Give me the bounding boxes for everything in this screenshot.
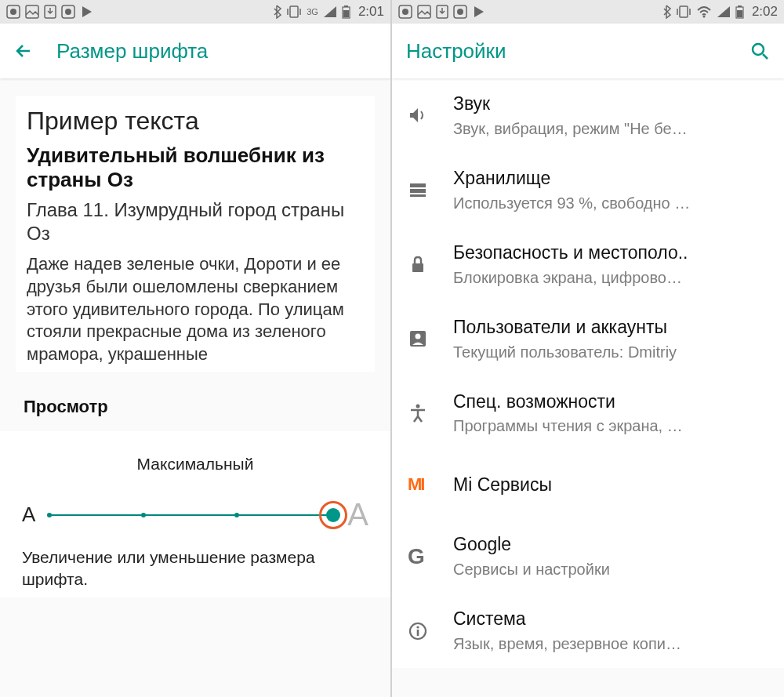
- app-icon-2: [453, 5, 467, 19]
- signal-icon: [323, 5, 337, 18]
- settings-item-storage[interactable]: Хранилище Используется 93 %, свободно …: [392, 153, 784, 227]
- phone-right: 2:02 Настройки Звук Звук, вибрация, режи…: [392, 0, 784, 697]
- svg-line-26: [763, 54, 768, 59]
- svg-rect-2: [26, 5, 38, 18]
- item-title: Система: [453, 608, 767, 631]
- appbar-title: Настройки: [406, 39, 506, 64]
- user-icon: [408, 329, 453, 349]
- status-left: [6, 5, 94, 19]
- svg-point-17: [457, 9, 463, 15]
- wifi-icon: [696, 5, 712, 18]
- volume-icon: [408, 105, 453, 125]
- item-subtitle: Блокировка экрана, цифрово…: [453, 267, 767, 288]
- settings-item-security[interactable]: Безопасность и местополо.. Блокировка эк…: [392, 227, 784, 302]
- download-icon: [436, 5, 448, 19]
- item-subtitle: Программы чтения с экрана, …: [453, 416, 767, 436]
- signal-icon: [717, 5, 731, 18]
- svg-point-1: [10, 9, 16, 15]
- status-right: 2:02: [662, 4, 778, 20]
- svg-point-21: [702, 16, 705, 18]
- svg-rect-28: [410, 189, 426, 193]
- sample-title: Удивительный волшебник из страны Оз: [27, 143, 364, 192]
- item-title: Google: [453, 533, 767, 557]
- item-title: Спец. возможности: [453, 390, 767, 414]
- slider-thumb[interactable]: [319, 501, 347, 529]
- app-icon-2: [61, 5, 75, 19]
- back-button[interactable]: [14, 41, 34, 61]
- download-icon: [44, 5, 56, 19]
- lock-icon: [408, 254, 453, 274]
- status-bar: 2:02: [392, 0, 784, 24]
- phone-left: 3G 2:01 Размер шрифта Пример текста Удив…: [0, 0, 392, 697]
- svg-point-5: [65, 9, 71, 15]
- svg-rect-6: [290, 6, 298, 17]
- slider-tick: [234, 513, 239, 517]
- gallery-icon: [25, 5, 39, 19]
- sample-card: Пример текста Удивительный волшебник из …: [16, 96, 375, 372]
- network-label: 3G: [307, 7, 318, 16]
- letter-small: A: [22, 503, 35, 527]
- slider-description: Увеличение или уменьшение размера шрифта…: [22, 546, 368, 590]
- svg-rect-24: [737, 10, 742, 17]
- slider-tick: [47, 513, 52, 517]
- gallery-icon: [417, 5, 431, 19]
- storage-icon: [408, 180, 453, 200]
- app-icon: [398, 5, 412, 19]
- settings-list: Звук Звук, вибрация, режим "Не бе… Храни…: [392, 78, 784, 668]
- appbar-title: Размер шрифта: [56, 39, 208, 64]
- settings-item-sound[interactable]: Звук Звук, вибрация, режим "Не бе…: [392, 78, 784, 153]
- svg-point-13: [402, 9, 408, 15]
- svg-point-25: [753, 44, 764, 55]
- search-button[interactable]: [750, 41, 770, 61]
- slider-tick: [141, 513, 146, 517]
- svg-rect-27: [410, 183, 426, 187]
- svg-point-33: [416, 405, 420, 408]
- svg-rect-29: [410, 194, 426, 197]
- app-bar: Размер шрифта: [0, 24, 390, 78]
- item-subtitle: Язык, время, резервное копи…: [453, 633, 767, 654]
- sample-chapter: Глава 11. Изумрудный город страны Оз: [27, 198, 364, 245]
- font-size-slider[interactable]: [49, 503, 333, 527]
- settings-item-mi[interactable]: MI Mi Сервисы: [392, 450, 784, 519]
- svg-rect-10: [344, 5, 348, 7]
- status-left: [398, 5, 486, 19]
- bluetooth-icon: [662, 5, 671, 19]
- font-preview-card: Пример текста Удивительный волшебник из …: [0, 78, 390, 379]
- svg-rect-18: [680, 6, 688, 17]
- letter-large: A: [347, 497, 368, 532]
- svg-rect-14: [418, 5, 430, 18]
- svg-point-35: [416, 626, 419, 628]
- item-subtitle: Текущий пользователь: Dmitriy: [453, 342, 767, 362]
- mi-icon: MI: [408, 474, 453, 495]
- battery-icon: [342, 5, 350, 19]
- item-subtitle: Сервисы и настройки: [453, 559, 767, 579]
- item-title: Безопасность и местополо..: [453, 241, 767, 265]
- status-right: 3G 2:01: [272, 4, 384, 20]
- slider-thumb-inner: [326, 508, 340, 522]
- svg-rect-23: [738, 5, 742, 7]
- sample-heading: Пример текста: [27, 107, 364, 136]
- container: 3G 2:01 Размер шрифта Пример текста Удив…: [0, 0, 784, 697]
- settings-item-system[interactable]: Система Язык, время, резервное копи…: [392, 594, 784, 668]
- accessibility-icon: [408, 403, 453, 423]
- status-time: 2:02: [752, 4, 778, 20]
- settings-item-accessibility[interactable]: Спец. возможности Программы чтения с экр…: [392, 376, 784, 451]
- play-icon: [80, 5, 94, 19]
- app-bar: Настройки: [392, 24, 784, 78]
- slider-row: A A: [22, 497, 368, 532]
- item-title: Хранилище: [453, 167, 767, 191]
- item-title: Пользователи и аккаунты: [453, 316, 767, 339]
- svg-rect-36: [417, 630, 419, 636]
- battery-icon: [735, 5, 744, 19]
- settings-item-google[interactable]: G Google Сервисы и настройки: [392, 519, 784, 594]
- status-bar: 3G 2:01: [0, 0, 390, 24]
- settings-item-users[interactable]: Пользователи и аккаунты Текущий пользова…: [392, 302, 784, 376]
- font-size-slider-section: Максимальный A A Увеличение или уменьшен…: [0, 431, 390, 597]
- status-time: 2:01: [358, 4, 384, 20]
- info-icon: [408, 621, 453, 641]
- item-subtitle: Звук, вибрация, режим "Не бе…: [453, 118, 767, 139]
- slider-track-line: [49, 514, 333, 516]
- play-icon: [472, 5, 486, 19]
- item-title: Mi Сервисы: [453, 474, 767, 497]
- svg-point-32: [416, 334, 421, 339]
